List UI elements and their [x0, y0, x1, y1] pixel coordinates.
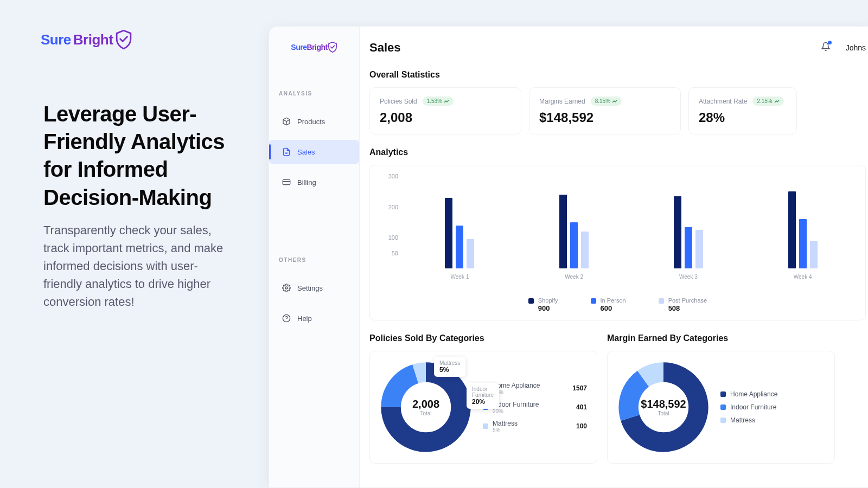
- sidebar-item-help[interactable]: Help: [272, 306, 359, 330]
- notifications-button[interactable]: [821, 42, 831, 54]
- category-cards-row: Policies Sold By Categories 2,008 Total …: [369, 333, 866, 464]
- category-pct: 5%: [493, 427, 518, 433]
- bar: [685, 227, 692, 269]
- y-tick: 50: [392, 250, 398, 256]
- category-value: 401: [576, 403, 587, 411]
- section-title-analytics: Analytics: [369, 147, 866, 157]
- week-label: Week 1: [451, 274, 469, 280]
- credit-card-icon: [282, 178, 291, 187]
- bar: [810, 241, 818, 268]
- sidebar-item-label: Help: [297, 314, 312, 323]
- trend-badge: 2.15%: [752, 97, 783, 106]
- sidebar-logo: SureBright: [269, 42, 359, 53]
- plot-area: Week 1Week 2Week 3Week 4: [403, 176, 860, 285]
- user-name[interactable]: Johns: [846, 43, 866, 52]
- week-label: Week 4: [794, 274, 812, 280]
- category-row: Indoor Furniture: [720, 403, 825, 411]
- bar-chart: 50100200300 Week 1Week 2Week 3Week 4: [375, 176, 860, 290]
- bar: [570, 222, 578, 268]
- donut-total-label: Total: [641, 410, 686, 416]
- sidebar-item-label: Settings: [297, 284, 323, 292]
- bar: [445, 198, 452, 268]
- sidebar-item-label: Sales: [297, 148, 315, 156]
- bar: [695, 230, 703, 268]
- margin-by-category-card: $148,592 Total Home ApplianceIndoor Furn…: [607, 351, 835, 464]
- document-icon: [282, 147, 291, 156]
- main-content: Sales Johns Overall Statistics Policies …: [360, 27, 868, 487]
- tooltip-indoor-furniture: Indoor Furniture 20%: [467, 383, 499, 409]
- stat-value: 28%: [699, 110, 787, 125]
- y-tick: 200: [388, 204, 398, 210]
- bar: [467, 239, 474, 268]
- policies-by-category-card: 2,008 Total Mattress 5% Indoor Furniture…: [369, 351, 597, 464]
- legend-name: Post Purchase: [668, 297, 707, 304]
- sidebar-item-billing[interactable]: Billing: [272, 170, 359, 194]
- week-group: Week 3: [631, 176, 746, 285]
- bar: [456, 226, 463, 268]
- bar: [799, 219, 807, 268]
- legend-name: Shopify: [538, 297, 558, 304]
- policies-donut-chart: 2,008 Total Mattress 5% Indoor Furniture…: [380, 361, 472, 453]
- stat-card-attachment: Attachment Rate 2.15% 28%: [688, 87, 797, 134]
- category-name: Indoor Furniture: [493, 401, 539, 408]
- stats-row: Policies Sold 1.53% 2,008 Margins Earned…: [369, 87, 866, 134]
- category-swatch: [483, 423, 488, 429]
- category-name: Home Appliance: [493, 382, 540, 389]
- category-pct: 75%: [493, 389, 540, 395]
- sidebar-item-label: Products: [297, 118, 325, 126]
- logo-text-bright: Bright: [73, 31, 113, 48]
- legend-swatch: [659, 298, 664, 304]
- topbar: Sales Johns: [369, 41, 866, 55]
- stat-card-policies: Policies Sold 1.53% 2,008: [369, 87, 521, 134]
- week-group: Week 4: [745, 176, 860, 285]
- legend-name: In Person: [601, 297, 626, 304]
- shield-icon: [115, 30, 132, 49]
- notification-dot: [828, 41, 832, 44]
- logo-text-sure: Sure: [41, 31, 71, 48]
- stat-value: 2,008: [380, 110, 511, 125]
- app-frame: SureBright ANALYSIS Products Sales Billi…: [269, 26, 868, 488]
- sidebar-section-analysis: ANALYSIS: [269, 91, 359, 97]
- sidebar-item-settings[interactable]: Settings: [272, 276, 359, 300]
- legend-item-inperson: In Person 600: [591, 297, 626, 312]
- donut-total-label: Total: [412, 410, 439, 416]
- week-group: Week 2: [517, 176, 631, 285]
- logo-text-bright-small: Bright: [307, 43, 327, 52]
- stat-value: $148,592: [539, 110, 671, 125]
- category-swatch: [720, 404, 726, 410]
- bar: [674, 196, 681, 268]
- week-label: Week 3: [679, 274, 698, 280]
- bar: [559, 195, 567, 268]
- margin-by-category-section: Margin Earned By Categories $148,592 Tot…: [607, 333, 835, 464]
- legend-item-shopify: Shopify 900: [528, 297, 558, 312]
- marketing-logo: SureBright: [41, 30, 132, 49]
- category-name: Home Appliance: [730, 390, 777, 398]
- sidebar-item-sales[interactable]: Sales: [269, 140, 359, 164]
- margin-donut-chart: $148,592 Total: [617, 361, 710, 453]
- margin-category-list: Home ApplianceIndoor FurnitureMattress: [720, 390, 825, 424]
- category-value: 1507: [572, 384, 587, 392]
- stat-card-margins: Margins Earned 8.15% $148,592: [529, 87, 681, 134]
- legend-swatch: [591, 298, 596, 304]
- category-name: Mattress: [493, 420, 518, 427]
- help-circle-icon: [282, 314, 291, 323]
- trend-up-icon: [612, 99, 617, 104]
- trend-up-icon: [444, 99, 449, 104]
- category-name: Indoor Furniture: [730, 403, 776, 411]
- logo-text-sure-small: Sure: [291, 43, 307, 52]
- trend-badge: 1.53%: [423, 97, 454, 106]
- chart-legend: Shopify 900 In Person 600 Post Purchase: [375, 297, 860, 312]
- y-tick: 100: [388, 234, 398, 241]
- week-group: Week 1: [403, 176, 517, 285]
- y-tick: 300: [388, 173, 398, 179]
- page-title: Sales: [369, 41, 401, 55]
- week-label: Week 2: [565, 274, 583, 280]
- shield-icon: [328, 42, 337, 53]
- legend-value: 600: [601, 304, 626, 312]
- gear-icon: [282, 284, 291, 292]
- sidebar-item-products[interactable]: Products: [272, 110, 359, 133]
- y-axis: 50100200300: [375, 176, 403, 268]
- section-title-margin-cat: Margin Earned By Categories: [607, 333, 835, 343]
- category-pct: 20%: [493, 408, 539, 414]
- sidebar-section-others: OTHERS: [269, 257, 359, 263]
